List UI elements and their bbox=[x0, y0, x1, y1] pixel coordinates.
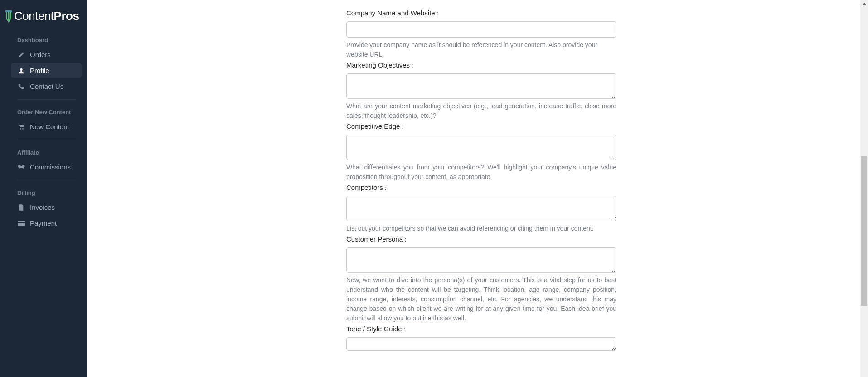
nav-label: Profile bbox=[30, 67, 49, 74]
logo-icon bbox=[5, 10, 13, 23]
sidebar-item-invoices[interactable]: Invoices bbox=[11, 200, 82, 215]
label-tone: Tone / Style Guide bbox=[346, 325, 402, 333]
pencil-icon bbox=[17, 51, 25, 58]
label-edge: Competitive Edge bbox=[346, 122, 400, 130]
help-persona: Now, we want to dive into the persona(s)… bbox=[346, 276, 616, 323]
sidebar: ContentPros Dashboard Orders Profile Con… bbox=[0, 0, 87, 377]
textarea-objectives[interactable] bbox=[346, 73, 616, 99]
scroll-up-icon[interactable] bbox=[860, 0, 868, 8]
help-objectives: What are your content marketing objectiv… bbox=[346, 102, 616, 121]
label-objectives: Marketing Objectives bbox=[346, 61, 410, 69]
nav-label: Payment bbox=[30, 219, 57, 227]
help-company: Provide your company name as it should b… bbox=[346, 40, 616, 59]
section-header-affiliate: Affiliate bbox=[0, 145, 87, 160]
profile-form: Company Name and Website : Provide your … bbox=[346, 0, 616, 351]
logo-text: ContentPros bbox=[14, 9, 79, 23]
sidebar-item-orders[interactable]: Orders bbox=[11, 47, 82, 62]
divider bbox=[17, 99, 76, 100]
help-competitors: List out your competitors so that we can… bbox=[346, 224, 616, 233]
textarea-tone[interactable] bbox=[346, 337, 616, 351]
section-header-dashboard: Dashboard bbox=[0, 32, 87, 47]
label-competitors: Competitors bbox=[346, 184, 383, 191]
field-competitors: Competitors : List out your competitors … bbox=[346, 184, 616, 233]
field-edge: Competitive Edge : What differentiates y… bbox=[346, 122, 616, 182]
svg-rect-2 bbox=[8, 12, 10, 19]
nav-label: Orders bbox=[30, 51, 51, 58]
sidebar-item-new-content[interactable]: New Content bbox=[11, 119, 82, 134]
textarea-edge[interactable] bbox=[346, 135, 616, 160]
field-objectives: Marketing Objectives : What are your con… bbox=[346, 61, 616, 121]
nav-label: Invoices bbox=[30, 203, 55, 211]
field-company: Company Name and Website : Provide your … bbox=[346, 9, 616, 59]
divider bbox=[17, 180, 76, 180]
label-persona: Customer Persona bbox=[346, 235, 403, 243]
main-content: Company Name and Website : Provide your … bbox=[87, 0, 868, 377]
svg-point-7 bbox=[22, 128, 24, 130]
card-icon bbox=[17, 220, 25, 227]
divider bbox=[17, 140, 76, 140]
sidebar-item-commissions[interactable]: Commissions bbox=[11, 160, 82, 174]
field-tone: Tone / Style Guide : bbox=[346, 325, 616, 351]
svg-rect-1 bbox=[6, 12, 7, 19]
label-company: Company Name and Website bbox=[346, 9, 435, 17]
logo[interactable]: ContentPros bbox=[0, 7, 87, 32]
input-company[interactable] bbox=[346, 21, 616, 38]
svg-marker-4 bbox=[6, 19, 11, 23]
textarea-persona[interactable] bbox=[346, 247, 616, 273]
nav-label: Commissions bbox=[30, 163, 71, 171]
document-icon bbox=[17, 204, 25, 211]
sidebar-item-payment[interactable]: Payment bbox=[11, 216, 82, 231]
cart-icon bbox=[17, 123, 25, 130]
nav-label: Contact Us bbox=[30, 82, 63, 90]
sidebar-item-profile[interactable]: Profile bbox=[11, 63, 82, 78]
textarea-competitors[interactable] bbox=[346, 196, 616, 221]
svg-rect-9 bbox=[18, 222, 25, 223]
help-edge: What differentiates you from your compet… bbox=[346, 163, 616, 182]
svg-rect-0 bbox=[5, 10, 12, 12]
scrollbar-thumb[interactable] bbox=[861, 156, 867, 306]
svg-point-6 bbox=[20, 128, 21, 130]
phone-icon bbox=[17, 83, 25, 90]
svg-marker-10 bbox=[862, 3, 867, 5]
section-header-billing: Billing bbox=[0, 185, 87, 200]
field-persona: Customer Persona : Now, we want to dive … bbox=[346, 235, 616, 323]
nav-label: New Content bbox=[30, 123, 69, 130]
sidebar-item-contact[interactable]: Contact Us bbox=[11, 79, 82, 94]
section-header-order-new: Order New Content bbox=[0, 104, 87, 119]
svg-point-5 bbox=[20, 68, 22, 70]
scrollbar[interactable] bbox=[860, 0, 868, 377]
user-icon bbox=[17, 67, 25, 74]
svg-rect-3 bbox=[10, 12, 11, 19]
handshake-icon bbox=[17, 164, 25, 171]
